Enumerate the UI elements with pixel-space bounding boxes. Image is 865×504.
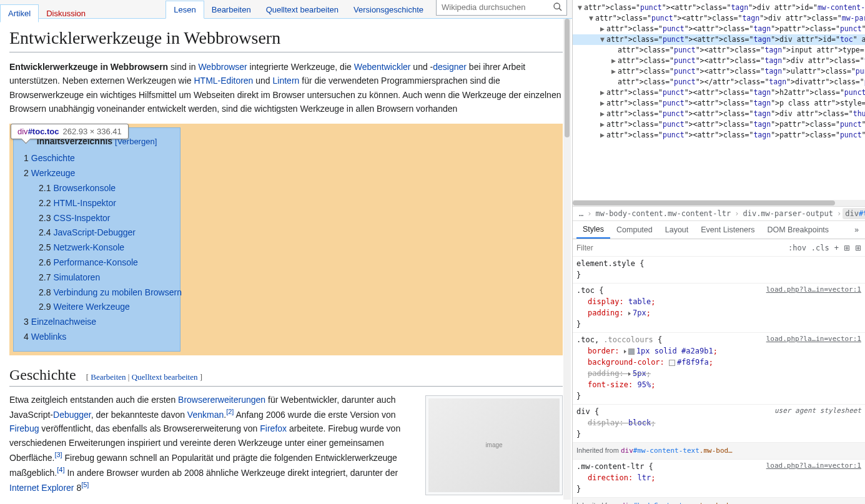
dom-node[interactable]: ▶attr">class="punct"><attr">class="tagn"…: [573, 24, 865, 34]
dom-node[interactable]: ▶attr">class="punct"><attr">class="tagn"…: [573, 109, 865, 119]
expand-arrow-icon[interactable]: ▼: [600, 34, 606, 45]
ref-2[interactable]: [2]: [226, 408, 234, 415]
panel-tab-computed[interactable]: Computed: [610, 222, 659, 238]
dom-breadcrumb[interactable]: …›mw-body-content.mw-content-ltr›div.mw-…: [573, 206, 865, 221]
toc-item[interactable]: 2.6Performance-Konsole: [39, 255, 170, 270]
dom-node[interactable]: ▼attr">class="punct"><attr">class="tagn"…: [573, 13, 865, 24]
dom-horizontal-scrollbar[interactable]: [573, 200, 865, 206]
tab-bearbeiten[interactable]: Bearbeiten: [204, 1, 259, 18]
page-tabs: ArtikelDiskussion LesenBearbeitenQuellte…: [0, 0, 572, 19]
breadcrumb-item[interactable]: mw-body-content.mw-content-ltr: [593, 208, 733, 219]
tab-versionsgeschichte[interactable]: Versionsgeschichte: [346, 1, 431, 18]
link-ie[interactable]: Internet Explorer: [9, 483, 74, 493]
expand-arrow-icon[interactable]: ▶: [600, 87, 606, 98]
svg-point-0: [554, 3, 560, 9]
expand-arrow-icon[interactable]: ▶: [611, 56, 618, 66]
expand-arrow-icon[interactable]: ▼: [578, 2, 584, 13]
toc-item[interactable]: 2.5Netzwerk-Konsole: [39, 240, 170, 255]
toc-item[interactable]: 2.4JavaScript-Debugger: [39, 225, 170, 240]
dom-node[interactable]: ▶attr">class="punct"><attr">class="tagn"…: [573, 98, 865, 109]
dom-node[interactable]: ▶attr">class="punct"><attr">class="tagn"…: [573, 130, 865, 141]
panel-icon[interactable]: ⊞: [855, 244, 861, 252]
dom-node[interactable]: ▼attr">class="punct"><attr">class="tagn"…: [573, 34, 865, 45]
expand-arrow-icon[interactable]: ▶: [600, 119, 606, 130]
expand-arrow-icon[interactable]: ▶: [600, 130, 606, 141]
expand-arrow-icon[interactable]: ▶: [600, 109, 606, 119]
css-rule[interactable]: div {user agent stylesheetdisplay: block…: [573, 405, 865, 443]
dom-node[interactable]: ▶attr">class="punct"><attr">class="tagn"…: [573, 56, 865, 66]
expand-arrow-icon[interactable]: ▶: [611, 66, 618, 77]
toc-item[interactable]: 2.9Weitere Werkzeuge: [39, 300, 170, 315]
tab-diskussion[interactable]: Diskussion: [39, 5, 93, 22]
link-lintern[interactable]: Lintern: [273, 76, 300, 86]
filter-tool-+[interactable]: +: [834, 244, 839, 252]
panel-tab-styles[interactable]: Styles: [576, 221, 610, 239]
styles-filter-input[interactable]: [576, 244, 788, 252]
expand-arrow-icon[interactable]: ▼: [589, 13, 595, 24]
toc-item[interactable]: 4Weblinks: [24, 330, 170, 345]
filter-tool-hov[interactable]: :hov: [788, 244, 806, 252]
filter-tool-cls[interactable]: .cls: [811, 244, 829, 252]
css-rule[interactable]: .toc, .toccolours {load.php?la…in=vector…: [573, 333, 865, 405]
toc-item[interactable]: 2.7Simulatoren: [39, 270, 170, 285]
styles-pane[interactable]: element.style {}.toc {load.php?la…in=vec…: [573, 257, 865, 504]
css-rule[interactable]: .mw-content-ltr {load.php?la…in=vector:1…: [573, 460, 865, 498]
device-icon[interactable]: ⊞: [844, 244, 850, 252]
edit-section-link[interactable]: [ Bearbeiten | Quelltext bearbeiten ]: [86, 372, 202, 382]
dom-node[interactable]: ▼attr">class="punct"><attr">class="tagn"…: [573, 2, 865, 13]
link-webbrowser[interactable]: Webbrowser: [198, 62, 247, 72]
dom-node[interactable]: ▶attr">class="punct"><attr">class="tagn"…: [573, 87, 865, 98]
toc-item[interactable]: 2Werkzeuge2.1Browserkonsole2.2HTML-Inspe…: [24, 166, 170, 315]
element-inspect-tooltip: div#toc.toc262.93 × 336.41: [11, 124, 129, 139]
article-content: Entwicklerwerkzeuge in Webbrowsern Entwi…: [0, 19, 572, 504]
link-firefox[interactable]: Firefox: [260, 423, 287, 433]
link-designer[interactable]: designer: [433, 62, 467, 72]
section-heading-geschichte: Geschichte [ Bearbeiten | Quelltext bear…: [9, 367, 563, 387]
toc-item[interactable]: 3Einzelnachweise: [24, 315, 170, 330]
link-firebug[interactable]: Firebug: [9, 423, 39, 433]
link-html-editoren[interactable]: HTML-Editoren: [194, 76, 253, 86]
thumbnail-image[interactable]: image: [425, 395, 563, 495]
css-rule[interactable]: element.style {}: [573, 257, 865, 284]
ref-3[interactable]: [3]: [54, 451, 62, 458]
toc-item[interactable]: 2.2HTML-Inspektor: [39, 196, 170, 211]
page-title: Entwicklerwerkzeuge in Webbrowsern: [9, 28, 563, 52]
search-input[interactable]: [437, 0, 549, 14]
breadcrumb-item[interactable]: div#toc.toc: [843, 208, 865, 219]
styles-filter-row: :hov.cls+⊞⊞: [573, 239, 865, 257]
breadcrumb-item[interactable]: …: [576, 208, 586, 219]
link-venkman[interactable]: Venkman: [187, 410, 224, 420]
dom-node[interactable]: attr">class="punct"></attr">class="tagn"…: [573, 77, 865, 87]
panel-tab-layout[interactable]: Layout: [659, 222, 695, 238]
inspect-highlight-margin: Inhaltsverzeichnis [Verbergen] 1Geschich…: [9, 124, 563, 355]
dom-node[interactable]: ▶attr">class="punct"><attr">class="tagn"…: [573, 119, 865, 130]
intro-paragraph: Entwicklerwerkzeuge in Webbrowsern sind …: [9, 60, 563, 116]
more-tabs-icon[interactable]: »: [852, 223, 861, 237]
inherited-header: Inherited from div#mw-content-text.mw-bo…: [573, 443, 865, 460]
search-box: [436, 0, 567, 16]
tab-artikel[interactable]: Artikel: [0, 4, 39, 22]
dom-node[interactable]: ▶attr">class="punct"><attr">class="tagn"…: [573, 66, 865, 77]
toc-item[interactable]: 2.1Browserkonsole: [39, 181, 170, 196]
expand-arrow-icon[interactable]: ▶: [600, 98, 606, 109]
panel-tab-event-listeners[interactable]: Event Listeners: [694, 222, 761, 238]
page-scrollbar[interactable]: [563, 19, 571, 500]
link-webentwickler[interactable]: Webentwickler: [354, 62, 411, 72]
ref-4[interactable]: [4]: [57, 466, 64, 473]
toc-item[interactable]: 2.8Verbindung zu mobilen Browsern: [39, 285, 170, 300]
link-browsererweiterungen[interactable]: Browsererweiterungen: [178, 395, 265, 405]
toc-item[interactable]: 1Geschichte: [24, 151, 170, 166]
tab-quelltext-bearbeiten[interactable]: Quelltext bearbeiten: [259, 1, 346, 18]
dom-tree[interactable]: ▼attr">class="punct"><attr">class="tagn"…: [573, 0, 865, 200]
search-button[interactable]: [549, 0, 566, 15]
panel-tab-dom-breakpoints[interactable]: DOM Breakpoints: [761, 222, 835, 238]
table-of-contents: Inhaltsverzeichnis [Verbergen] 1Geschich…: [13, 127, 180, 352]
css-rule[interactable]: .toc {load.php?la…in=vector:1display: ta…: [573, 284, 865, 333]
dom-node[interactable]: attr">class="punct"><attr">class="tagn">…: [573, 45, 865, 56]
ref-5[interactable]: [5]: [81, 481, 89, 488]
link-debugger[interactable]: Debugger: [53, 410, 91, 420]
toc-item[interactable]: 2.3CSS-Inspektor: [39, 211, 170, 226]
expand-arrow-icon[interactable]: ▶: [600, 24, 606, 34]
tab-lesen[interactable]: Lesen: [166, 1, 204, 19]
breadcrumb-item[interactable]: div.mw-parser-output: [740, 208, 836, 219]
